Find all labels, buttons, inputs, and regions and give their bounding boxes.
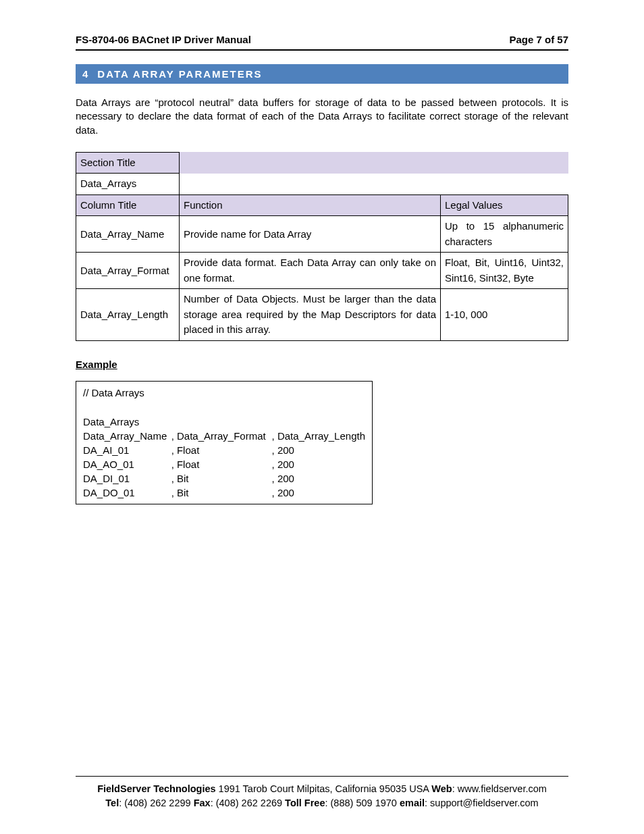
example-table: // Data Arrays Data_Arrays Data_Array_Na… [83,386,365,500]
header-page-number: Page 7 of 57 [509,34,568,45]
example-cell: DA_AI_01 [83,443,171,457]
example-cell: , 200 [272,443,365,457]
example-heading: Example [76,359,568,370]
table-row: Data_Array_Format Provide data format. E… [76,253,568,289]
footer-tel: : (408) 262 2299 [119,798,193,808]
param-legal: 1-10, 000 [441,289,568,341]
section-title-value: Data_Arrays [76,174,180,195]
page-header: FS-8704-06 BACnet IP Driver Manual Page … [76,34,568,51]
example-cell: , 200 [272,457,365,471]
example-header: , Data_Array_Length [272,429,365,443]
empty-cell [180,174,568,195]
table-row: DA_AI_01 , Float , 200 [83,443,365,457]
table-row: DA_DO_01 , Bit , 200 [83,486,365,500]
table-row: Data_Array_Name Provide name for Data Ar… [76,216,568,253]
table-row: // Data Arrays [83,386,365,400]
footer-email: : support@fieldserver.com [425,798,539,808]
footer-tollfree: : (888) 509 1970 [325,798,399,808]
example-cell: DA_DI_01 [83,471,171,486]
footer-web: : www.fieldserver.com [452,783,547,794]
footer-tel-label: Tel [105,798,119,808]
param-legal: Float, Bit, Uint16, Uint32, Sint16, Sint… [441,253,568,289]
function-label: Function [180,194,441,216]
example-cell: DA_DO_01 [83,486,171,500]
param-function: Number of Data Objects. Must be larger t… [180,289,441,341]
table-row: Column Title Function Legal Values [76,194,568,216]
example-cell: DA_AO_01 [83,457,171,471]
footer-email-label: email [400,798,425,808]
example-cell: , Bit [171,471,272,486]
footer-line-1: FieldServer Technologies 1991 Tarob Cour… [76,782,568,796]
document-page: FS-8704-06 BACnet IP Driver Manual Page … [0,0,644,834]
section-heading: 4DATA ARRAY PARAMETERS [76,64,568,84]
footer-line-2: Tel: (408) 262 2299 Fax: (408) 262 2269 … [76,796,568,810]
table-row [83,400,365,415]
footer-fax-label: Fax [194,798,211,808]
example-comment: // Data Arrays [83,386,365,400]
section-title-label: Section Title [76,152,180,174]
example-section: Data_Arrays [83,415,365,429]
param-legal: Up to 15 alphanumeric characters [441,216,568,253]
table-row: DA_AO_01 , Float , 200 [83,457,365,471]
param-function: Provide data format. Each Data Array can… [180,253,441,289]
section-number: 4 [82,68,88,80]
header-title: FS-8704-06 BACnet IP Driver Manual [76,34,251,45]
example-cell: , Float [171,457,272,471]
example-cell: , 200 [272,486,365,500]
footer-company: FieldServer Technologies [97,783,215,794]
parameter-table: Section Title Data_Arrays Column Title F… [76,152,568,341]
intro-paragraph: Data Arrays are “protocol neutral” data … [76,96,568,137]
section-title: DATA ARRAY PARAMETERS [97,68,262,80]
empty-cell [83,400,365,415]
legal-values-label: Legal Values [441,194,568,216]
param-function: Provide name for Data Array [180,216,441,253]
example-header: Data_Array_Name [83,429,171,443]
table-row: Data_Array_Name , Data_Array_Format , Da… [83,429,365,443]
footer-tollfree-label: Toll Free [285,798,325,808]
table-row: Section Title [76,152,568,174]
example-cell: , 200 [272,471,365,486]
empty-cell [180,152,568,174]
example-cell: , Bit [171,486,272,500]
example-cell: , Float [171,443,272,457]
param-name: Data_Array_Format [76,253,180,289]
table-row: Data_Arrays [76,174,568,195]
table-row: Data_Arrays [83,415,365,429]
column-title-label: Column Title [76,194,180,216]
footer-web-label: Web [431,783,452,794]
example-header: , Data_Array_Format [171,429,272,443]
table-row: DA_DI_01 , Bit , 200 [83,471,365,486]
example-box: // Data Arrays Data_Arrays Data_Array_Na… [76,381,373,504]
page-footer: FieldServer Technologies 1991 Tarob Cour… [76,776,568,810]
param-name: Data_Array_Length [76,289,180,341]
table-row: Data_Array_Length Number of Data Objects… [76,289,568,341]
footer-address: 1991 Tarob Court Milpitas, California 95… [216,783,432,794]
footer-fax: : (408) 262 2269 [211,798,285,808]
param-name: Data_Array_Name [76,216,180,253]
